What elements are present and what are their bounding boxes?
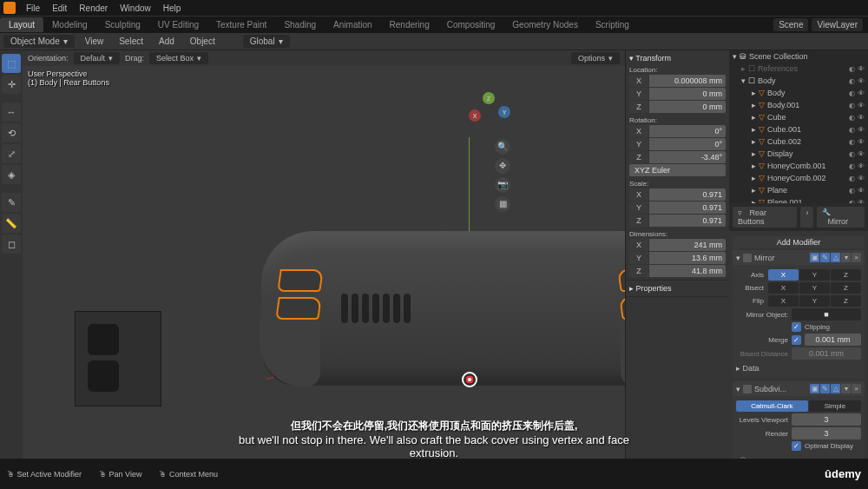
close-icon[interactable]: × — [852, 384, 861, 393]
add-modifier-btn[interactable]: Add Modifier — [733, 236, 865, 248]
outliner-item[interactable]: ▸▽Body.001◐👁 — [729, 99, 868, 111]
menu-window[interactable]: Window — [115, 2, 156, 15]
move-view-icon[interactable]: ✥ — [495, 158, 510, 174]
scl-x[interactable]: 0.971 — [649, 188, 726, 201]
ws-layout[interactable]: Layout — [0, 17, 43, 32]
rot-y[interactable]: 0° — [649, 138, 726, 150]
mesh-rear-button[interactable] — [275, 297, 322, 320]
camera-icon[interactable]: 📷 — [495, 177, 510, 193]
levels-viewport[interactable]: 3 — [792, 413, 861, 426]
reference-image[interactable] — [75, 311, 161, 406]
properties-header[interactable]: ▸ Properties — [629, 282, 726, 294]
mode-select[interactable]: Object Mode ▾ — [3, 35, 75, 48]
ws-anim[interactable]: Animation — [325, 17, 380, 32]
drag-value[interactable]: Select Box ▾ — [149, 52, 208, 64]
tool-scale[interactable]: ⤢ — [2, 144, 21, 163]
menu-help[interactable]: Help — [158, 2, 187, 15]
bc-modifier[interactable]: 🔧 Mirror — [817, 207, 865, 228]
tool-move[interactable]: ↔ — [2, 102, 21, 122]
clipping-check[interactable]: ✓ — [792, 322, 801, 332]
outliner-item[interactable]: ▸▽Body◐👁 — [729, 87, 868, 99]
menu-view[interactable]: View — [80, 35, 109, 48]
zoom-icon[interactable]: 🔍 — [495, 139, 510, 155]
menu-render[interactable]: Render — [74, 2, 113, 15]
rot-mode[interactable]: XYZ Euler — [629, 164, 726, 176]
bisect-x[interactable]: X — [768, 282, 799, 294]
menu-object[interactable]: Object — [185, 35, 220, 48]
options-btn[interactable]: Options ▾ — [571, 52, 620, 64]
dim-z[interactable]: 41.8 mm — [649, 265, 726, 277]
axis-z-toggle[interactable]: Z — [831, 269, 861, 281]
levels-render[interactable]: 3 — [792, 427, 861, 439]
simple-btn[interactable]: Simple — [809, 400, 861, 412]
ws-shading[interactable]: Shading — [275, 17, 325, 32]
merge-check[interactable]: ✓ — [792, 335, 801, 345]
scene-name[interactable]: Scene — [773, 18, 808, 31]
loc-x[interactable]: 0.000008 mm — [649, 75, 726, 87]
mesh-body[interactable] — [261, 231, 625, 386]
outliner-item[interactable]: ▸▽Cube◐👁 — [729, 111, 868, 123]
flip-z[interactable]: Z — [831, 295, 861, 307]
outliner-item[interactable]: ▸▽HoneyComb.002◐👁 — [729, 172, 868, 184]
loc-y[interactable]: 0 mm — [649, 88, 726, 100]
menu-select[interactable]: Select — [114, 35, 148, 48]
axis-y-toggle[interactable]: Y — [799, 269, 830, 281]
viewport-3d[interactable]: Orientation: Default ▾ Drag: Select Box … — [23, 50, 625, 459]
outliner-item[interactable]: ▸▽Cube.002◐👁 — [729, 135, 868, 148]
ws-render[interactable]: Rendering — [381, 17, 438, 32]
rot-x[interactable]: 0° — [649, 125, 726, 137]
tool-cursor[interactable]: ✛ — [2, 75, 21, 94]
bc-object[interactable]: ▿ Rear Buttons — [733, 207, 797, 228]
menu-edit[interactable]: Edit — [47, 2, 72, 15]
scl-y[interactable]: 0.971 — [649, 202, 726, 214]
ws-texpaint[interactable]: Texture Paint — [207, 17, 275, 32]
menu-file[interactable]: File — [21, 2, 45, 15]
flip-y[interactable]: Y — [799, 295, 830, 307]
ws-sculpting[interactable]: Sculpting — [96, 17, 149, 32]
bisect-z[interactable]: Z — [831, 282, 861, 294]
scl-z[interactable]: 0.971 — [649, 215, 726, 227]
tool-rotate[interactable]: ⟲ — [2, 123, 21, 142]
bisect-y[interactable]: Y — [799, 282, 830, 294]
transform-orientation[interactable]: Global ▾ — [243, 35, 290, 48]
edit-icon[interactable]: ✎ — [820, 253, 830, 262]
mesh-rear-button[interactable] — [277, 269, 324, 292]
nav-gizmo[interactable]: Z Y X — [467, 90, 510, 134]
flip-x[interactable]: X — [768, 295, 799, 307]
mirror-modifier-header[interactable]: ▾ Mirror ▣✎△▾× — [733, 250, 865, 265]
tool-select-box[interactable]: ⬚ — [2, 54, 21, 73]
outliner-collection[interactable]: ▾☐Body◐👁 — [729, 75, 868, 87]
mesh-rear-button[interactable] — [617, 269, 625, 292]
ws-comp[interactable]: Compositing — [438, 17, 504, 32]
outliner-item[interactable]: ▸▽Display◐👁 — [729, 148, 868, 160]
outliner-item[interactable]: ▸▽Cube.001◐👁 — [729, 123, 868, 135]
loc-z[interactable]: 0 mm — [649, 101, 726, 113]
outliner-collection[interactable]: ▸☐References◐👁 — [729, 63, 868, 75]
outliner-item[interactable]: ▸▽Plane.001◐👁 — [729, 196, 868, 203]
transform-header[interactable]: ▾ Transform — [629, 52, 726, 64]
orient-value[interactable]: Default ▾ — [74, 52, 121, 64]
viewlayer-name[interactable]: ViewLayer — [812, 18, 863, 31]
ws-uv[interactable]: UV Editing — [149, 17, 207, 32]
realtime-icon[interactable]: ▣ — [810, 253, 819, 262]
dim-x[interactable]: 241 mm — [649, 239, 726, 251]
mirror-object-field[interactable]: ■ — [792, 308, 861, 320]
ws-script[interactable]: Scripting — [587, 17, 638, 32]
merge-dist[interactable]: 0.001 mm — [805, 334, 861, 346]
ws-geo[interactable]: Geometry Nodes — [503, 17, 587, 32]
cage-icon[interactable]: △ — [831, 253, 840, 262]
dropdown-icon[interactable]: ▾ — [841, 253, 851, 262]
close-icon[interactable]: × — [852, 253, 861, 262]
dim-y[interactable]: 13.6 mm — [649, 252, 726, 264]
tool-measure[interactable]: 📏 — [2, 214, 21, 233]
catmull-btn[interactable]: Catmull-Clark — [736, 400, 808, 412]
ws-modeling[interactable]: Modeling — [43, 17, 96, 32]
subdiv-modifier-header[interactable]: ▾ Subdivi... ▣✎△▾× — [733, 381, 865, 396]
tool-annotate[interactable]: ✎ — [2, 193, 21, 212]
outliner-item[interactable]: ▸▽Plane◐👁 — [729, 184, 868, 196]
tool-add-cube[interactable]: ◻ — [2, 235, 21, 254]
menu-add[interactable]: Add — [154, 35, 180, 48]
outliner-root[interactable]: ▾⛁Scene Collection — [729, 50, 868, 63]
outliner-item[interactable]: ▸▽HoneyComb.001◐👁 — [729, 160, 868, 172]
perspective-icon[interactable]: ▦ — [495, 196, 510, 212]
